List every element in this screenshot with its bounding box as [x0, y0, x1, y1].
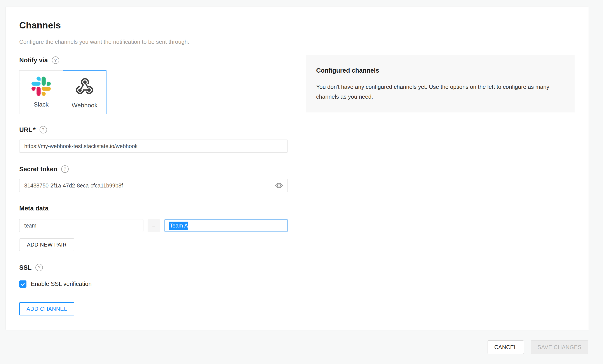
- check-icon: [20, 282, 26, 287]
- question-circle-icon[interactable]: ?: [52, 57, 59, 64]
- secret-token-label: Secret token ?: [19, 165, 69, 173]
- ssl-label-text: SSL: [19, 264, 32, 271]
- secret-token-input[interactable]: [19, 179, 288, 192]
- notify-via-label-text: Notify via: [19, 57, 48, 64]
- meta-data-label-text: Meta data: [19, 205, 48, 212]
- equals-separator: =: [148, 219, 160, 232]
- selected-text: Team A: [169, 222, 188, 230]
- question-circle-icon[interactable]: ?: [35, 264, 43, 271]
- cancel-button[interactable]: CANCEL: [487, 340, 524, 354]
- meta-data-pair-row: = Team A: [19, 219, 288, 232]
- ssl-checkbox-label[interactable]: Enable SSL verification: [31, 281, 92, 287]
- secret-token-label-text: Secret token: [19, 165, 57, 173]
- ssl-checkbox-row: Enable SSL verification: [19, 281, 92, 288]
- webhook-icon: [74, 76, 95, 97]
- ssl-checkbox[interactable]: [19, 281, 26, 288]
- question-circle-icon[interactable]: ?: [61, 165, 69, 173]
- url-label-text: URL*: [19, 126, 36, 133]
- channel-option-slack-label: Slack: [34, 101, 48, 108]
- meta-value-input[interactable]: Team A: [164, 219, 288, 232]
- channel-option-webhook-label: Webhook: [72, 102, 97, 109]
- save-changes-button[interactable]: SAVE CHANGES: [531, 340, 588, 354]
- secret-token-field: [19, 179, 288, 192]
- channels-card: Channels Configure the channels you want…: [6, 7, 589, 330]
- channel-option-slack[interactable]: Slack: [19, 70, 63, 114]
- configured-channels-empty-text: You don't have any configured channels y…: [316, 82, 561, 102]
- meta-key-input[interactable]: [19, 219, 143, 232]
- page-title: Channels: [19, 20, 61, 31]
- notify-via-label: Notify via ?: [19, 57, 59, 64]
- ssl-label: SSL ?: [19, 264, 43, 271]
- configured-channels-panel: Configured channels You don't have any c…: [306, 55, 575, 112]
- add-channel-button[interactable]: ADD CHANNEL: [19, 302, 74, 316]
- notify-channel-options: Slack Webhook: [19, 70, 106, 114]
- channel-option-webhook[interactable]: Webhook: [63, 70, 106, 114]
- toggle-visibility-button[interactable]: [275, 182, 283, 189]
- slack-icon: [32, 77, 51, 96]
- url-input[interactable]: [19, 140, 288, 153]
- configured-channels-title: Configured channels: [316, 67, 564, 74]
- required-marker: *: [33, 126, 36, 133]
- url-label: URL* ?: [19, 126, 47, 133]
- meta-data-label: Meta data: [19, 205, 48, 212]
- add-new-pair-button[interactable]: ADD NEW PAIR: [19, 238, 74, 251]
- eye-icon: [275, 182, 283, 189]
- page-subtitle: Configure the channels you want the noti…: [19, 38, 189, 45]
- question-circle-icon[interactable]: ?: [40, 126, 47, 133]
